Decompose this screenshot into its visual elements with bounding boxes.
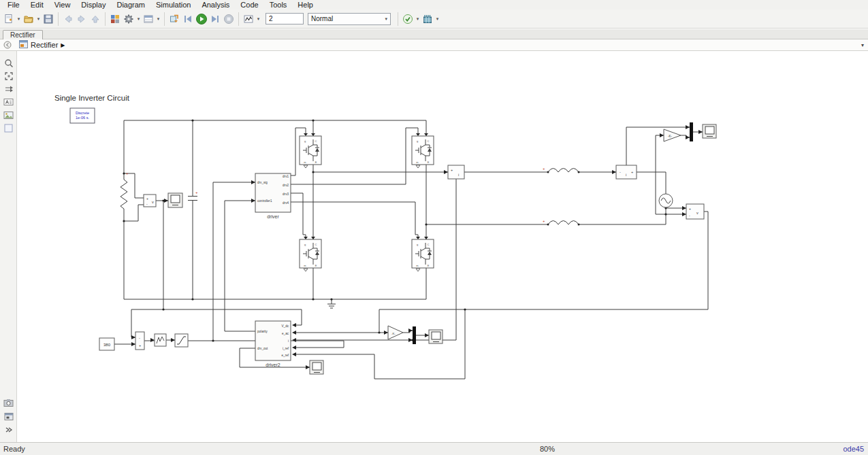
- igbt-2[interactable]: g C E m: [412, 136, 434, 165]
- model-configuration-button[interactable]: [142, 12, 155, 27]
- status-bar: Ready 80% ode45: [0, 442, 868, 455]
- svg-text:driver: driver: [267, 214, 279, 219]
- model-settings-button[interactable]: [122, 12, 135, 27]
- build-button[interactable]: [421, 12, 434, 27]
- model-advisor-caret[interactable]: ▾: [415, 12, 421, 27]
- solver-link[interactable]: ode45: [843, 445, 864, 453]
- new-model-button[interactable]: [2, 12, 16, 27]
- toolbar: ▾ ▾ ▾ ▾: [0, 10, 868, 29]
- scope-2[interactable]: [703, 124, 716, 138]
- back-button[interactable]: [61, 12, 75, 27]
- image-button[interactable]: [3, 109, 14, 120]
- forward-button[interactable]: [75, 12, 89, 27]
- zoom-level: 80%: [540, 445, 555, 453]
- sim-mode-select[interactable]: Normal ▾: [308, 13, 391, 25]
- svg-text:drv2: drv2: [283, 184, 289, 187]
- igbt-3[interactable]: g C E m: [300, 239, 321, 268]
- double-chevron-icon: [5, 426, 13, 433]
- run-button[interactable]: [195, 12, 208, 27]
- model-configuration-caret[interactable]: ▾: [155, 12, 161, 27]
- menu-simulation[interactable]: Simulation: [150, 0, 196, 10]
- driver-block[interactable]: drv_sig controller1 drv1 drv2 drv3 drv4 …: [255, 173, 291, 219]
- build-caret[interactable]: ▾: [434, 12, 440, 27]
- library-browser-icon: [110, 14, 120, 24]
- annotation-title[interactable]: Single Inverter Circuit: [54, 94, 130, 102]
- area-box-button[interactable]: [3, 122, 14, 133]
- model-reference-button[interactable]: [3, 411, 14, 422]
- gain-2[interactable]: -K-: [388, 326, 403, 339]
- svg-text:v: v: [152, 200, 154, 204]
- save-button[interactable]: [42, 12, 55, 27]
- box-icon: [4, 124, 13, 133]
- open-button[interactable]: [22, 12, 35, 27]
- breadcrumb[interactable]: Rectifier: [31, 41, 58, 49]
- menu-help[interactable]: Help: [292, 0, 319, 10]
- igbt-4[interactable]: g C E m: [412, 239, 434, 268]
- scope-1[interactable]: [168, 193, 182, 207]
- svg-text:drv_out: drv_out: [257, 347, 268, 350]
- library-browser-button[interactable]: [108, 12, 122, 27]
- screenshot-button[interactable]: [3, 397, 14, 408]
- zoom-button[interactable]: [3, 58, 14, 69]
- magnifier-icon: [4, 58, 14, 68]
- model-advisor-button[interactable]: [401, 12, 415, 27]
- menu-edit[interactable]: Edit: [25, 0, 49, 10]
- annotation-icon: [3, 97, 14, 107]
- sim-mode-value: Normal: [311, 15, 333, 22]
- mux-2[interactable]: [413, 326, 416, 344]
- gain-1[interactable]: -K-: [664, 129, 681, 141]
- menu-display[interactable]: Display: [76, 0, 111, 10]
- sim-mode-caret-icon: ▾: [385, 16, 387, 22]
- mux-1[interactable]: [690, 122, 693, 141]
- gear-icon: [123, 14, 134, 24]
- config-table-icon: [143, 14, 154, 24]
- menu-code[interactable]: Code: [235, 0, 263, 10]
- powergui-block[interactable]: Discrete 1e-06 s.: [70, 108, 95, 123]
- up-button[interactable]: [89, 12, 102, 27]
- current-measurement-1[interactable]: + i: [448, 165, 464, 179]
- auto-route-button[interactable]: [3, 84, 14, 95]
- simulation-data-inspector-caret[interactable]: ▾: [255, 12, 261, 27]
- status-text: Ready: [3, 445, 25, 453]
- svg-text:Discrete: Discrete: [76, 111, 89, 115]
- stop-time-input[interactable]: [266, 13, 304, 24]
- svg-text:C: C: [428, 243, 430, 246]
- scope-4[interactable]: [310, 360, 323, 374]
- voltage-measurement-1[interactable]: + - v: [144, 195, 156, 207]
- menu-diagram[interactable]: Diagram: [111, 0, 150, 10]
- hide-explorer-button[interactable]: [0, 41, 15, 49]
- fit-to-view-button[interactable]: [3, 71, 14, 82]
- current-measurement-2[interactable]: - i +: [616, 165, 637, 179]
- breadcrumb-caret-icon: ▶: [61, 42, 65, 48]
- constant-380[interactable]: 380: [99, 338, 114, 350]
- menu-analysis[interactable]: Analysis: [196, 0, 235, 10]
- stop-button[interactable]: [222, 12, 236, 27]
- model-settings-caret[interactable]: ▾: [135, 12, 142, 27]
- step-back-button[interactable]: [181, 12, 195, 27]
- annotation-button[interactable]: [3, 97, 14, 107]
- svg-text:drv3: drv3: [283, 192, 289, 196]
- menu-tools[interactable]: Tools: [264, 0, 293, 10]
- igbt-1[interactable]: g C E m: [300, 136, 321, 165]
- breadcrumb-dropdown[interactable]: ▾: [861, 42, 864, 48]
- open-caret[interactable]: ▾: [35, 12, 42, 27]
- menu-view[interactable]: View: [49, 0, 76, 10]
- pi-controller-block[interactable]: [155, 334, 166, 346]
- model-canvas[interactable]: Single Inverter Circuit Discrete 1e-06 s…: [17, 51, 868, 442]
- tab-rectifier[interactable]: Rectifier: [3, 30, 43, 39]
- sum-block[interactable]: - +: [135, 332, 144, 350]
- expand-button[interactable]: [3, 424, 14, 435]
- simulation-data-inspector-button[interactable]: [242, 12, 255, 27]
- update-diagram-button[interactable]: [167, 12, 181, 27]
- new-model-caret[interactable]: ▾: [16, 12, 22, 27]
- saturation-block[interactable]: [175, 334, 188, 347]
- step-forward-button[interactable]: [208, 12, 222, 27]
- driver2-block[interactable]: polarity drv_out V_dc e_ac i i_ref e_ref…: [255, 321, 291, 367]
- voltage-measurement-2[interactable]: + - v: [686, 204, 704, 219]
- menu-file[interactable]: File: [2, 0, 25, 10]
- svg-text:g: g: [304, 139, 306, 143]
- svg-text:g: g: [417, 139, 418, 143]
- ac-source[interactable]: [659, 194, 673, 207]
- svg-text:C: C: [315, 243, 317, 246]
- scope-3[interactable]: [429, 330, 443, 343]
